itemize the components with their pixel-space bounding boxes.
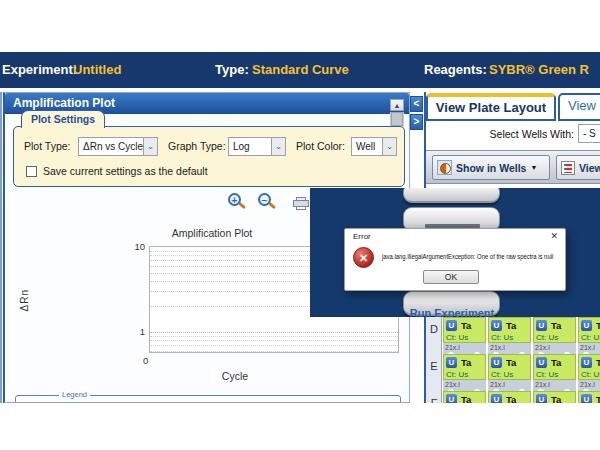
tab-view-plate-layout[interactable]: View Plate Layout xyxy=(426,93,556,121)
screenshot-stage: Experiment: Untitled Type: Standard Curv… xyxy=(0,0,600,450)
zoom-in-icon[interactable]: + xyxy=(228,193,241,206)
chevron-down-icon: ⌄ xyxy=(271,138,285,155)
legend-label: Legend xyxy=(59,390,90,399)
well-gap-strip: 21x.l xyxy=(488,343,531,354)
scroll-up-icon[interactable]: ▲ xyxy=(390,99,404,111)
task-unknown-icon: U xyxy=(581,357,592,368)
tab-view-well-table[interactable]: View xyxy=(558,93,600,121)
run-experiment-link[interactable]: Run Experiment xyxy=(390,307,514,317)
well-info-text: Ct: Us xyxy=(491,333,513,342)
task-unknown-icon: U xyxy=(491,320,502,331)
task-unknown-icon: U xyxy=(491,394,502,403)
plate-well[interactable]: UTaCt: Us xyxy=(488,317,531,343)
task-unknown-icon: U xyxy=(581,394,592,403)
run-window-button-top[interactable] xyxy=(403,188,500,203)
plate-grid: DUTaCt: Us21x.lUTaCt: Us21x.lUTaCt: Us21… xyxy=(426,317,600,403)
error-message: java.lang.IllegalArgumentException: One … xyxy=(382,253,553,260)
table-icon xyxy=(561,161,575,175)
plate-well[interactable]: UTaCt: Us xyxy=(488,391,531,403)
reagents-value: SYBR® Green R xyxy=(489,62,589,77)
well-info-text: Ct: Us xyxy=(446,333,468,342)
well-top-text: 21x.l xyxy=(490,344,505,351)
type-label: Type: xyxy=(215,62,249,77)
task-unknown-icon: U xyxy=(536,320,547,331)
well-gap-strip: 21x.l xyxy=(443,343,486,354)
well-gap-strip: 21x.l xyxy=(578,380,600,391)
plate-well[interactable]: UTaCt: Us xyxy=(533,317,576,343)
plate-row-label: F xyxy=(426,397,442,403)
graph-type-label: Graph Type: xyxy=(168,140,226,152)
plate-well[interactable]: UTaCt: Us xyxy=(443,354,486,380)
plate-well[interactable]: UTaCt: Us xyxy=(443,317,486,343)
scroll-thumb[interactable] xyxy=(391,112,403,126)
tab-plot-settings[interactable]: Plot Settings xyxy=(21,110,105,128)
plate-well[interactable]: UTaCt: Us xyxy=(533,391,576,403)
task-unknown-icon: U xyxy=(581,320,592,331)
well-target-label: Ta xyxy=(461,357,471,368)
task-unknown-icon: U xyxy=(536,394,547,403)
type-value: Standard Curve xyxy=(252,62,349,77)
y-axis-label: ΔRn xyxy=(19,289,30,311)
task-unknown-icon: U xyxy=(446,320,457,331)
chart-title: Amplification Plot xyxy=(152,227,272,239)
gridline xyxy=(150,332,398,333)
well-info-text: Ct: Us xyxy=(491,370,513,379)
well-gap-strip: 21x.l xyxy=(578,343,600,354)
plate-well[interactable]: UTaCt: Us xyxy=(578,391,600,403)
close-icon[interactable]: ✕ xyxy=(550,231,558,241)
well-top-text: 21x.l xyxy=(445,344,460,351)
well-gap-strip: 21x.l xyxy=(443,380,486,391)
show-in-wells-button[interactable]: Show in Wells ▼ xyxy=(432,155,550,180)
well-info-text: Ct: Us xyxy=(581,333,600,342)
zoom-out-icon[interactable]: − xyxy=(258,193,271,206)
task-unknown-icon: U xyxy=(446,357,457,368)
well-target-label: Ta xyxy=(596,320,600,331)
collapse-left-icon[interactable]: < xyxy=(410,96,423,112)
task-unknown-icon: U xyxy=(446,394,457,403)
graph-type-select[interactable]: Log ⌄ xyxy=(228,137,286,156)
chevron-down-icon: ⌄ xyxy=(143,138,157,155)
well-target-label: Ta xyxy=(461,394,471,403)
well-top-text: 21x.l xyxy=(445,381,460,388)
task-unknown-icon: U xyxy=(491,357,502,368)
well-top-text: 21x.l xyxy=(535,344,550,351)
well-info-text: Ct: Us xyxy=(536,333,558,342)
task-unknown-icon: U xyxy=(536,357,547,368)
plot-settings-group: Plot Type: ΔRn vs Cycle ⌄ Graph Type: Lo… xyxy=(13,126,405,187)
plot-color-label: Plot Color: xyxy=(296,140,345,152)
plate-well[interactable]: UTaCt: Us xyxy=(533,354,576,380)
error-icon: ✕ xyxy=(353,247,374,268)
experiment-label: Experiment: xyxy=(2,62,77,77)
reagents-label: Reagents: xyxy=(424,62,487,77)
gridline xyxy=(150,336,398,337)
plate-well[interactable]: UTaCt: Us xyxy=(488,354,531,380)
ok-button[interactable]: OK xyxy=(423,270,479,284)
plot-type-select[interactable]: ΔRn vs Cycle ⌄ xyxy=(78,137,158,156)
expand-right-icon[interactable]: > xyxy=(410,114,423,130)
error-dialog: Error ✕ ✕ java.lang.IllegalArgumentExcep… xyxy=(344,228,566,291)
well-target-label: Ta xyxy=(551,394,561,403)
well-info-text: Ct: Us xyxy=(446,370,468,379)
well-target-label: Ta xyxy=(551,357,561,368)
gridline xyxy=(150,351,398,352)
well-top-text: 21x.l xyxy=(580,344,595,351)
select-wells-dropdown[interactable]: - S xyxy=(578,124,600,143)
plate-toolbar: Show in Wells ▼ View L xyxy=(426,150,600,184)
plot-color-select[interactable]: Well ⌄ xyxy=(351,137,397,156)
well-target-label: Ta xyxy=(506,394,516,403)
plate-well[interactable]: UTaCt: Us xyxy=(578,354,600,380)
plate-row-label: D xyxy=(426,323,442,335)
well-top-text: 21x.l xyxy=(535,381,550,388)
save-default-label: Save current settings as the default xyxy=(43,165,208,177)
plate-well[interactable]: UTaCt: Us xyxy=(578,317,600,343)
view-layout-button[interactable]: View L xyxy=(556,155,600,180)
plate-well[interactable]: UTaCt: Us xyxy=(443,391,486,403)
experiment-value: Untitled xyxy=(73,62,121,77)
chevron-down-icon: ⌄ xyxy=(382,138,396,155)
save-default-checkbox[interactable] xyxy=(26,166,37,177)
well-target-label: Ta xyxy=(596,394,600,403)
well-info-text: Ct: Us xyxy=(581,370,600,379)
print-icon[interactable] xyxy=(293,197,309,210)
well-top-text: 21x.l xyxy=(580,381,595,388)
gridline xyxy=(150,340,398,341)
